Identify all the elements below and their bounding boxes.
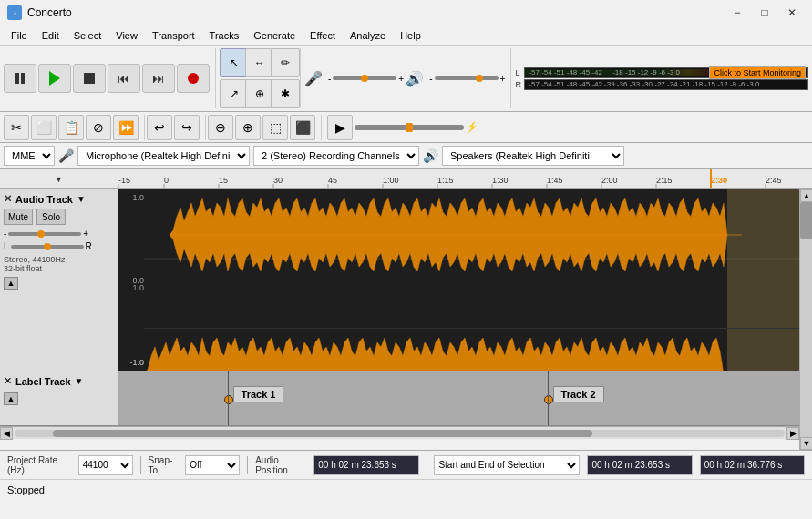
- track-expand-button[interactable]: ▲: [4, 277, 18, 290]
- tracks-area: ▼ -15 0 15 30 45: [0, 169, 812, 450]
- cut-button[interactable]: ✂: [4, 115, 29, 140]
- audio-position-input[interactable]: [313, 455, 418, 475]
- label-track1-text[interactable]: Track 1: [233, 386, 284, 402]
- play-button[interactable]: [38, 64, 71, 93]
- maximize-button[interactable]: □: [752, 0, 777, 25]
- pan-slider[interactable]: [11, 245, 84, 249]
- hscroll-track[interactable]: [15, 430, 785, 437]
- label-track: ✕ Label Track ▼ ▲ Track 1: [0, 371, 799, 426]
- zoom-out-icon: ⊖: [215, 120, 226, 135]
- svg-text:1:45: 1:45: [547, 176, 563, 185]
- menu-file[interactable]: File: [4, 28, 35, 43]
- redo-button[interactable]: ↪: [174, 115, 200, 140]
- label-track-header: ✕ Label Track ▼: [4, 375, 114, 387]
- silence-button[interactable]: ⏩: [113, 115, 139, 140]
- scale-lower-bot: -1.0: [118, 358, 144, 367]
- menu-view[interactable]: View: [108, 28, 145, 43]
- ruler-area[interactable]: -15 0 15 30 45 1:00 1:15: [118, 169, 812, 189]
- microphone-select[interactable]: Microphone (Realtek High Defini: [77, 146, 250, 166]
- trim-icon: ⊘: [93, 120, 104, 135]
- undo-button[interactable]: ↩: [147, 115, 172, 140]
- mic-slider[interactable]: [333, 76, 396, 80]
- gain-plus-label: +: [83, 229, 88, 239]
- label-track-dropdown-button[interactable]: ▼: [75, 376, 84, 386]
- bit-depth-label: 32-bit float: [4, 264, 114, 273]
- copy-button[interactable]: ⬜: [31, 115, 57, 140]
- trim-button[interactable]: ⊘: [86, 115, 111, 140]
- zoom-out-button[interactable]: ⊖: [208, 115, 233, 140]
- audio-track-close-button[interactable]: ✕: [4, 193, 12, 205]
- stop-icon: [84, 73, 95, 84]
- paste-button[interactable]: 📋: [58, 115, 84, 140]
- audio-track-dropdown-button[interactable]: ▼: [77, 194, 86, 204]
- channels-select[interactable]: 2 (Stereo) Recording Channels: [253, 146, 419, 166]
- menu-select[interactable]: Select: [67, 28, 109, 43]
- multi-tool-button[interactable]: ✱: [271, 79, 300, 108]
- selection-region-lower: [727, 329, 799, 371]
- interface-select[interactable]: MME: [4, 146, 55, 166]
- zoom-in-button[interactable]: ⊕: [235, 115, 261, 140]
- menu-edit[interactable]: Edit: [35, 28, 67, 43]
- microphone-icon: 🎤: [304, 70, 323, 87]
- menu-generate[interactable]: Generate: [246, 28, 303, 43]
- bottom-controls: Project Rate (Hz): 44100 Snap-To Off Aud…: [0, 450, 812, 479]
- solo-button[interactable]: Solo: [36, 209, 66, 225]
- zoom-fit-button[interactable]: ⬚: [262, 115, 288, 140]
- play-speed-group: ▶ ⚡: [324, 115, 478, 140]
- speaker-select[interactable]: Speakers (Realtek High Definiti: [442, 146, 624, 166]
- scroll-down-button[interactable]: ▼: [800, 437, 812, 450]
- selection-type-select[interactable]: Start and End of Selection: [434, 455, 580, 475]
- menu-tracks[interactable]: Tracks: [202, 28, 247, 43]
- label-track2-text[interactable]: Track 2: [553, 386, 604, 402]
- prev-button[interactable]: ⏮: [108, 64, 140, 93]
- svg-text:2:45: 2:45: [766, 176, 782, 185]
- mute-button[interactable]: Mute: [4, 209, 33, 225]
- scroll-right-button[interactable]: ▶: [786, 427, 799, 440]
- audio-waveform-area[interactable]: 1.0 0.0 -1.0: [118, 189, 799, 371]
- zoom-full-button[interactable]: ⬛: [290, 115, 315, 140]
- waveform-upper-svg: [144, 189, 799, 328]
- device-row: MME 🎤 Microphone (Realtek High Defini 2 …: [0, 143, 812, 169]
- vol-slider[interactable]: [435, 76, 499, 80]
- speed-slider-thumb: [406, 123, 413, 132]
- selection-end-input[interactable]: [700, 455, 805, 475]
- pause-icon: [15, 73, 25, 84]
- pause-button[interactable]: [4, 64, 36, 93]
- timeline-left-pad: ▼: [0, 169, 118, 189]
- close-button[interactable]: ✕: [779, 0, 805, 25]
- label-track2-pin: [544, 395, 553, 404]
- pan-r-label: R: [86, 241, 92, 251]
- hscroll-thumb[interactable]: [53, 430, 592, 437]
- minimize-button[interactable]: −: [725, 0, 750, 25]
- sample-rate-label: Stereo, 44100Hz: [4, 255, 114, 264]
- vol-minus-label: -: [429, 74, 432, 84]
- menu-effect[interactable]: Effect: [303, 28, 343, 43]
- menu-transport[interactable]: Transport: [145, 28, 202, 43]
- stop-button[interactable]: [73, 64, 106, 93]
- label-track-close-button[interactable]: ✕: [4, 375, 12, 387]
- menu-analyze[interactable]: Analyze: [343, 28, 393, 43]
- scroll-up-button[interactable]: ▲: [800, 189, 812, 202]
- record-button[interactable]: [177, 64, 210, 93]
- selection-start-input[interactable]: [587, 455, 692, 475]
- meter-r-bar[interactable]: -57 -54 -51 -48 -45 -42 -39 -36 -33 -30 …: [524, 79, 808, 90]
- next-button[interactable]: ⏭: [142, 64, 175, 93]
- label-track2-line: [548, 371, 549, 425]
- draw-tool-button[interactable]: ✏: [271, 48, 300, 77]
- gain-slider[interactable]: [8, 232, 81, 236]
- label-track-name-label: Label Track: [15, 376, 71, 387]
- menu-help[interactable]: Help: [393, 28, 428, 43]
- vscroll-thumb[interactable]: [800, 202, 812, 239]
- scroll-left-button[interactable]: ◀: [0, 427, 13, 440]
- label-track-expand-button[interactable]: ▲: [4, 392, 18, 405]
- play-speed-button[interactable]: ▶: [327, 115, 353, 140]
- label-track-area[interactable]: Track 1 Track 2: [118, 371, 799, 425]
- hscrollbar[interactable]: ◀ ▶: [0, 426, 799, 439]
- speed-slider[interactable]: [355, 125, 464, 130]
- meter-l-bar[interactable]: -57 -54 -51 -48 -45 -42 Click to Start M…: [524, 67, 808, 78]
- vscroll-track[interactable]: [800, 202, 812, 437]
- project-rate-select[interactable]: 44100: [78, 455, 133, 475]
- label-track-arrow-group: ▲: [4, 392, 114, 405]
- vscrollbar[interactable]: ▲ ▼: [799, 189, 812, 450]
- snap-to-select[interactable]: Off: [185, 455, 240, 475]
